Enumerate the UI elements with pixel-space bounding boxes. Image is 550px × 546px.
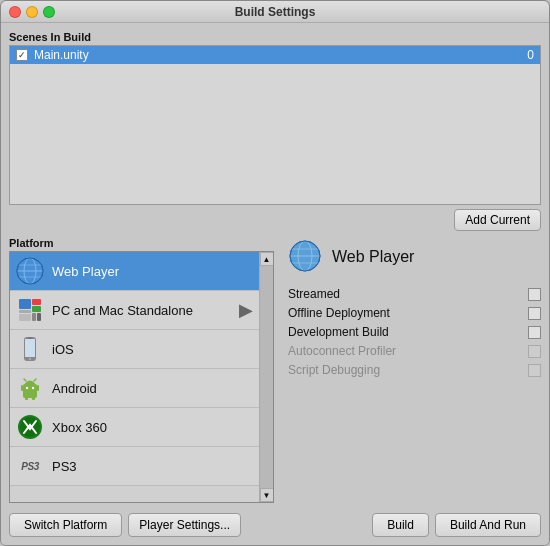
platform-item-xbox360[interactable]: Xbox 360 (10, 408, 259, 447)
svg-rect-23 (37, 385, 39, 391)
option-offline: Offline Deployment (288, 306, 541, 320)
svg-point-27 (20, 417, 40, 437)
svg-rect-12 (19, 314, 31, 321)
svg-rect-9 (32, 313, 36, 321)
platform-item-ios[interactable]: iOS (10, 330, 259, 369)
bottom-bar-left: Switch Platform Player Settings... (9, 513, 241, 537)
bottom-bar: Switch Platform Player Settings... Build… (9, 509, 541, 537)
streamed-label: Streamed (288, 287, 340, 301)
window-controls (9, 6, 55, 18)
platform-item-pc-mac[interactable]: PC and Mac Standalone ▶ (10, 291, 259, 330)
offline-label: Offline Deployment (288, 306, 390, 320)
ps3-name: PS3 (52, 459, 253, 474)
autoconnect-label: Autoconnect Profiler (288, 344, 396, 358)
pc-mac-icon (16, 296, 44, 324)
android-icon (16, 374, 44, 402)
scroll-track (260, 266, 273, 488)
scroll-down-button[interactable]: ▼ (260, 488, 274, 502)
svg-rect-22 (21, 385, 23, 391)
svg-point-19 (32, 387, 34, 389)
web-player-name: Web Player (52, 264, 253, 279)
add-current-row: Add Current (9, 209, 541, 231)
platform-list: Web Player (10, 252, 259, 502)
platform-label: Platform (9, 237, 274, 249)
android-name: Android (52, 381, 253, 396)
build-button[interactable]: Build (372, 513, 429, 537)
platform-item-web-player[interactable]: Web Player (10, 252, 259, 291)
bottom-section: Platform (9, 237, 541, 503)
svg-rect-11 (19, 310, 31, 313)
settings-options: Streamed Offline Deployment Development … (288, 287, 541, 377)
build-and-run-button[interactable]: Build And Run (435, 513, 541, 537)
settings-globe-icon (288, 239, 324, 275)
scenes-label: Scenes In Build (9, 31, 541, 43)
switch-platform-button[interactable]: Switch Platform (9, 513, 122, 537)
target-arrow-icon: ▶ (239, 299, 253, 321)
xbox360-name: Xbox 360 (52, 420, 253, 435)
web-player-icon (16, 257, 44, 285)
build-settings-window: Build Settings Scenes In Build Main.unit… (0, 0, 550, 546)
devbuild-label: Development Build (288, 325, 389, 339)
scriptdebug-label: Script Debugging (288, 363, 380, 377)
scene-index: 0 (527, 48, 534, 62)
ios-icon (16, 335, 44, 363)
scene-checkbox[interactable] (16, 49, 28, 61)
ps3-icon: PS3 (16, 452, 44, 480)
close-button[interactable] (9, 6, 21, 18)
streamed-checkbox[interactable] (528, 288, 541, 301)
minimize-button[interactable] (26, 6, 38, 18)
svg-point-18 (26, 387, 28, 389)
titlebar: Build Settings (1, 1, 549, 23)
svg-rect-24 (25, 396, 28, 400)
main-content: Scenes In Build Main.unity 0 Add Current… (1, 23, 549, 545)
svg-rect-16 (28, 338, 32, 339)
svg-rect-8 (32, 306, 41, 312)
window-title: Build Settings (235, 5, 316, 19)
player-settings-button[interactable]: Player Settings... (128, 513, 241, 537)
option-autoconnect: Autoconnect Profiler (288, 344, 541, 358)
settings-header: Web Player (288, 239, 541, 275)
autoconnect-checkbox (528, 345, 541, 358)
settings-panel: Web Player Streamed Offline Deployment (274, 237, 541, 503)
scene-item[interactable]: Main.unity 0 (10, 46, 540, 64)
svg-rect-6 (19, 299, 31, 309)
svg-rect-10 (37, 313, 41, 321)
platform-scrollbar: ▲ ▼ (259, 252, 273, 502)
scriptdebug-checkbox (528, 364, 541, 377)
svg-line-21 (34, 379, 36, 381)
option-scriptdebug: Script Debugging (288, 363, 541, 377)
platform-section: Platform (9, 237, 274, 503)
devbuild-checkbox[interactable] (528, 326, 541, 339)
scenes-section: Scenes In Build Main.unity 0 Add Current (9, 31, 541, 231)
svg-rect-14 (25, 339, 35, 357)
scenes-list: Main.unity 0 (9, 45, 541, 205)
maximize-button[interactable] (43, 6, 55, 18)
ios-name: iOS (52, 342, 253, 357)
bottom-bar-right: Build Build And Run (372, 513, 541, 537)
svg-line-20 (24, 379, 26, 381)
option-devbuild: Development Build (288, 325, 541, 339)
pc-mac-name: PC and Mac Standalone (52, 303, 231, 318)
svg-point-15 (29, 358, 31, 360)
platform-list-container: Web Player (9, 251, 274, 503)
scene-name: Main.unity (34, 48, 521, 62)
svg-rect-25 (32, 396, 35, 400)
settings-title: Web Player (332, 248, 414, 266)
svg-rect-7 (32, 299, 41, 305)
scroll-up-button[interactable]: ▲ (260, 252, 274, 266)
platform-item-ps3[interactable]: PS3 PS3 (10, 447, 259, 486)
platform-item-android[interactable]: Android (10, 369, 259, 408)
offline-checkbox[interactable] (528, 307, 541, 320)
xbox360-icon (16, 413, 44, 441)
add-current-button[interactable]: Add Current (454, 209, 541, 231)
option-streamed: Streamed (288, 287, 541, 301)
svg-rect-17 (23, 384, 37, 398)
